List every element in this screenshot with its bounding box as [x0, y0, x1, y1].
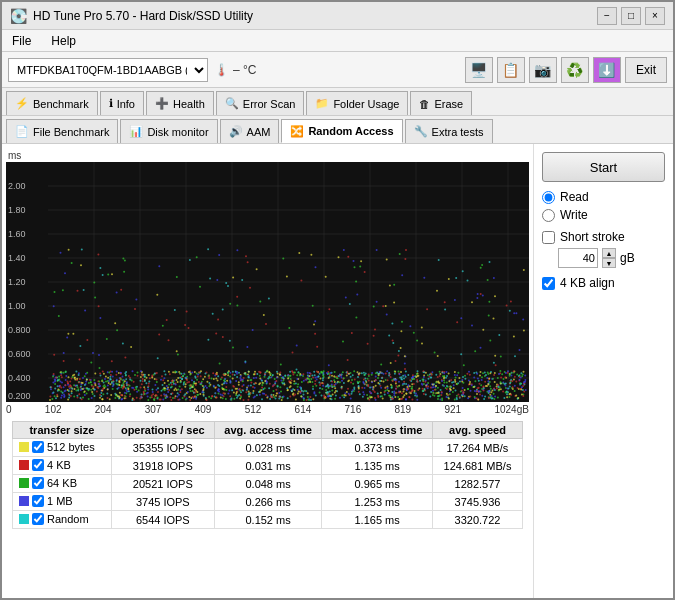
svg-point-441 [111, 371, 113, 373]
row-checkbox[interactable] [32, 495, 44, 507]
svg-point-1510 [479, 394, 481, 396]
read-radio-label[interactable]: Read [542, 190, 665, 204]
write-radio-label[interactable]: Write [542, 208, 665, 222]
svg-point-1326 [497, 384, 499, 386]
tab-erase[interactable]: 🗑 Erase [410, 91, 472, 115]
svg-point-1406 [115, 394, 117, 396]
svg-point-1297 [116, 292, 118, 294]
svg-point-920 [407, 374, 409, 376]
svg-point-1868 [230, 399, 232, 401]
drive-select[interactable]: MTFDKBA1T0QFM-1BD1AABGB (1024 gl [8, 58, 208, 82]
svg-point-1306 [398, 381, 400, 383]
svg-point-738 [142, 380, 144, 382]
tab-disk-monitor[interactable]: 📊 Disk monitor [120, 119, 217, 143]
tab-info[interactable]: ℹ Info [100, 91, 144, 115]
menu-help[interactable]: Help [47, 33, 80, 49]
svg-point-1901 [314, 383, 316, 385]
minimize-button[interactable]: − [597, 7, 617, 25]
info-icon-btn[interactable]: 🖥️ [465, 57, 493, 83]
svg-point-1059 [443, 372, 445, 374]
svg-point-888 [408, 396, 410, 398]
copy-icon-btn[interactable]: 📋 [497, 57, 525, 83]
svg-point-1884 [124, 397, 126, 399]
row-checkbox[interactable] [32, 513, 44, 525]
svg-point-1875 [217, 375, 219, 377]
svg-point-1560 [210, 397, 212, 399]
svg-point-1408 [218, 385, 220, 387]
svg-point-699 [185, 383, 187, 385]
svg-point-1171 [99, 367, 101, 369]
tab-random-access[interactable]: 🔀 Random Access [281, 119, 402, 143]
cell-max-access: 0.965 ms [322, 475, 433, 493]
svg-point-436 [489, 385, 491, 387]
short-stroke-input[interactable]: 40 [558, 248, 598, 268]
svg-point-1971 [262, 392, 264, 394]
svg-point-871 [64, 272, 66, 274]
svg-point-670 [268, 387, 270, 389]
svg-point-801 [453, 384, 455, 386]
short-stroke-checkbox[interactable] [542, 231, 555, 244]
svg-point-1942 [328, 377, 330, 379]
menu-file[interactable]: File [8, 33, 35, 49]
svg-point-1119 [168, 371, 170, 373]
svg-point-353 [403, 390, 405, 392]
svg-point-406 [190, 390, 192, 392]
svg-point-1994 [227, 372, 229, 374]
short-stroke-checkbox-label[interactable]: Short stroke [542, 230, 665, 244]
svg-point-1038 [329, 374, 331, 376]
svg-point-1425 [192, 390, 194, 392]
svg-point-1904 [236, 397, 238, 399]
tab-folder-usage[interactable]: 📁 Folder Usage [306, 91, 408, 115]
svg-point-479 [188, 327, 190, 329]
align-checkbox-label[interactable]: 4 KB align [542, 276, 665, 290]
tab-aam[interactable]: 🔊 AAM [220, 119, 280, 143]
read-radio[interactable] [542, 191, 555, 204]
row-checkbox[interactable] [32, 459, 44, 471]
svg-point-1665 [216, 397, 218, 399]
start-button[interactable]: Start [542, 152, 665, 182]
svg-point-1347 [60, 397, 62, 399]
tab-health[interactable]: ➕ Health [146, 91, 214, 115]
spin-up-button[interactable]: ▲ [602, 248, 616, 258]
svg-text:0.800: 0.800 [8, 325, 31, 335]
tab-benchmark[interactable]: ⚡ Benchmark [6, 91, 98, 115]
svg-point-1570 [118, 384, 120, 386]
svg-point-1643 [369, 386, 371, 388]
tab-extra-tests[interactable]: 🔧 Extra tests [405, 119, 493, 143]
table-row: 4 KB 31918 IOPS 0.031 ms 1.135 ms 124.68… [13, 457, 523, 475]
row-checkbox[interactable] [32, 477, 44, 489]
close-button[interactable]: × [645, 7, 665, 25]
svg-point-1676 [493, 362, 495, 364]
align-checkbox[interactable] [542, 277, 555, 290]
svg-point-1885 [389, 373, 391, 375]
svg-point-1768 [505, 383, 507, 385]
svg-point-459 [229, 340, 231, 342]
svg-point-758 [314, 320, 316, 322]
svg-point-940 [340, 387, 342, 389]
svg-point-1070 [224, 378, 226, 380]
svg-point-1284 [291, 370, 293, 372]
svg-point-1518 [177, 399, 179, 401]
tab-file-benchmark[interactable]: 📄 File Benchmark [6, 119, 118, 143]
svg-point-116 [292, 352, 294, 354]
svg-point-1762 [388, 335, 390, 337]
svg-point-909 [114, 322, 116, 324]
maximize-button[interactable]: □ [621, 7, 641, 25]
svg-point-1269 [293, 383, 295, 385]
svg-text:1.00: 1.00 [8, 301, 26, 311]
refresh-icon-btn[interactable]: ♻️ [561, 57, 589, 83]
svg-point-342 [515, 381, 517, 383]
exit-button[interactable]: Exit [625, 57, 667, 83]
svg-point-1435 [504, 376, 506, 378]
write-radio[interactable] [542, 209, 555, 222]
download-icon-btn[interactable]: ⬇️ [593, 57, 621, 83]
health-icon: ➕ [155, 97, 169, 110]
row-checkbox[interactable] [32, 441, 44, 453]
spin-down-button[interactable]: ▼ [602, 258, 616, 268]
monitor-icon: 📊 [129, 125, 143, 138]
svg-point-1368 [494, 381, 496, 383]
svg-point-1732 [492, 390, 494, 392]
save-icon-btn[interactable]: 📷 [529, 57, 557, 83]
svg-point-1018 [297, 386, 299, 388]
tab-error-scan[interactable]: 🔍 Error Scan [216, 91, 305, 115]
